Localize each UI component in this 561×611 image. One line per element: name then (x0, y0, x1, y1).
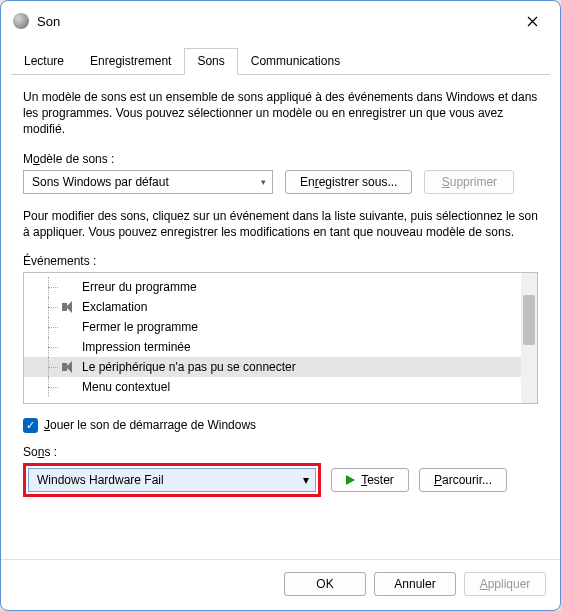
dialog-footer: OK Annuler Appliquer (1, 559, 560, 610)
tab-playback[interactable]: Lecture (11, 48, 77, 75)
scheme-select-value: Sons Windows par défaut (32, 175, 169, 189)
close-button[interactable] (516, 9, 548, 33)
scheme-label: Modèle de sons : (23, 152, 538, 166)
event-item[interactable]: Menu contextuel (24, 377, 537, 397)
chevron-down-icon: ▾ (303, 473, 309, 487)
speaker-icon (62, 361, 76, 373)
test-button[interactable]: Tester (331, 468, 409, 492)
event-label: Erreur du programme (82, 280, 197, 294)
browse-button[interactable]: Parcourir... (419, 468, 507, 492)
no-sound-icon (62, 321, 76, 333)
scheme-select[interactable]: Sons Windows par défaut ▾ (23, 170, 273, 194)
title-bar: Son (1, 1, 560, 41)
no-sound-icon (62, 381, 76, 393)
tab-sounds[interactable]: Sons (184, 48, 237, 75)
event-label: Impression terminée (82, 340, 191, 354)
scrollbar-thumb[interactable] (523, 295, 535, 345)
sound-select[interactable]: Windows Hardware Fail ▾ (28, 468, 316, 492)
apply-button: Appliquer (464, 572, 546, 596)
events-listbox[interactable]: Erreur du programmeExclamationFermer le … (23, 272, 538, 404)
scrollbar[interactable] (521, 273, 537, 403)
client-area: Lecture Enregistrement Sons Communicatio… (1, 41, 560, 559)
ok-button[interactable]: OK (284, 572, 366, 596)
close-icon (527, 16, 538, 27)
no-sound-icon (62, 341, 76, 353)
event-label: Le périphérique n'a pas pu se connecter (82, 360, 296, 374)
startup-sound-label: Jouer le son de démarrage de Windows (44, 418, 256, 432)
event-item[interactable]: Le périphérique n'a pas pu se connecter (24, 357, 537, 377)
sound-select-highlight: Windows Hardware Fail ▾ (23, 463, 321, 497)
modify-description: Pour modifier des sons, cliquez sur un é… (23, 208, 538, 240)
scheme-row: Sons Windows par défaut ▾ Enregistrer so… (23, 170, 538, 194)
window-title: Son (37, 14, 516, 29)
chevron-down-icon: ▾ (261, 177, 266, 187)
save-as-button[interactable]: Enregistrer sous... (285, 170, 412, 194)
tab-strip: Lecture Enregistrement Sons Communicatio… (11, 47, 550, 75)
sound-select-value: Windows Hardware Fail (37, 473, 164, 487)
sounds-panel: Un modèle de sons est un ensemble de son… (11, 75, 550, 559)
no-sound-icon (62, 281, 76, 293)
sounds-label: Sons : (23, 445, 538, 459)
delete-button: Supprimer (424, 170, 514, 194)
cancel-button[interactable]: Annuler (374, 572, 456, 596)
event-item[interactable]: Exclamation (24, 297, 537, 317)
play-icon (346, 475, 355, 485)
sounds-row: Windows Hardware Fail ▾ Tester Parcourir… (23, 463, 538, 497)
event-label: Fermer le programme (82, 320, 198, 334)
tab-recording[interactable]: Enregistrement (77, 48, 184, 75)
tab-communications[interactable]: Communications (238, 48, 353, 75)
events-label: Événements : (23, 254, 538, 268)
app-icon (13, 13, 29, 29)
event-item[interactable]: Fermer le programme (24, 317, 537, 337)
startup-sound-row: ✓ Jouer le son de démarrage de Windows (23, 418, 538, 433)
startup-sound-checkbox[interactable]: ✓ (23, 418, 38, 433)
scheme-description: Un modèle de sons est un ensemble de son… (23, 89, 538, 138)
event-label: Exclamation (82, 300, 147, 314)
sound-dialog: Son Lecture Enregistrement Sons Communic… (0, 0, 561, 611)
event-item[interactable]: Impression terminée (24, 337, 537, 357)
speaker-icon (62, 301, 76, 313)
event-label: Menu contextuel (82, 380, 170, 394)
event-item[interactable]: Erreur du programme (24, 277, 537, 297)
